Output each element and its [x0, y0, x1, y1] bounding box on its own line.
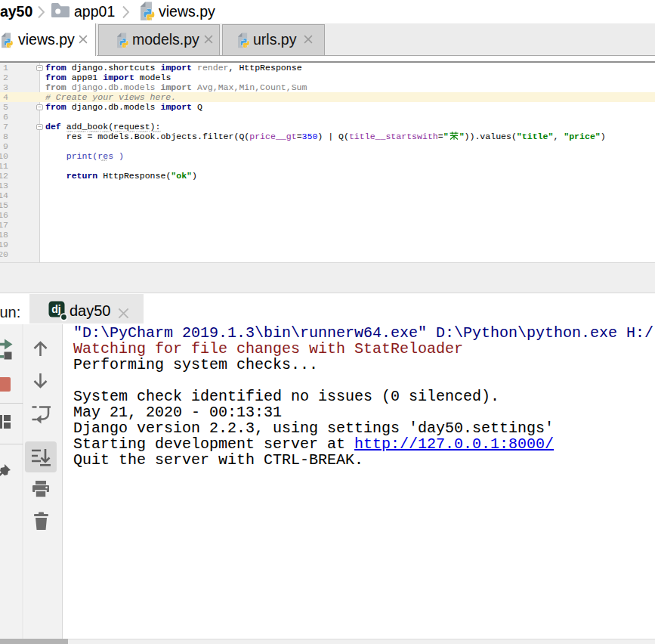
- svg-text:dj: dj: [51, 303, 60, 315]
